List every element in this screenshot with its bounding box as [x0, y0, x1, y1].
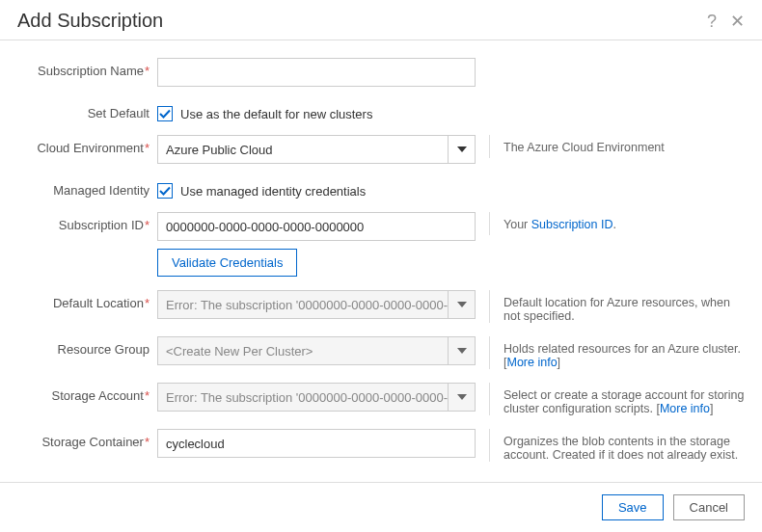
- storage-account-value: Error: The subscription '0000000-0000-00…: [158, 390, 448, 405]
- field-storage-account: Error: The subscription '0000000-0000-00…: [157, 383, 476, 412]
- row-storage-account: Storage Account* Error: The subscription…: [17, 383, 745, 415]
- managed-identity-checkbox-label: Use managed identity credentials: [180, 184, 366, 199]
- storage-account-select[interactable]: Error: The subscription '0000000-0000-00…: [157, 383, 476, 412]
- chevron-down-icon[interactable]: [448, 337, 475, 364]
- label-storage-container: Storage Container*: [17, 429, 157, 449]
- row-validate: Validate Credentials: [17, 249, 745, 277]
- storage-container-input[interactable]: [157, 429, 476, 458]
- dialog-header: Add Subscription ? ✕: [0, 0, 762, 40]
- field-subscription-name: [157, 58, 476, 87]
- validate-credentials-button[interactable]: Validate Credentials: [157, 249, 297, 277]
- help-cloud-environment: The Azure Cloud Environment: [489, 135, 745, 158]
- storage-account-more-info-link[interactable]: More info: [660, 402, 710, 415]
- label-text: Default Location: [53, 296, 144, 310]
- label-text: Cloud Environment: [37, 141, 144, 155]
- required-mark: *: [145, 64, 150, 78]
- set-default-checkbox[interactable]: [157, 106, 173, 121]
- help-text-suffix: ]: [558, 356, 560, 369]
- label-subscription-id: Subscription ID*: [17, 212, 157, 232]
- cancel-button[interactable]: Cancel: [673, 494, 745, 520]
- field-storage-container: [157, 429, 476, 458]
- cloud-environment-select[interactable]: Azure Public Cloud: [157, 135, 476, 164]
- row-cloud-environment: Cloud Environment* Azure Public Cloud Th…: [17, 135, 745, 164]
- close-icon[interactable]: ✕: [730, 13, 745, 30]
- help-text-suffix: .: [613, 218, 616, 231]
- check-icon: [159, 108, 171, 120]
- label-subscription-name: Subscription Name*: [17, 58, 157, 78]
- chevron-down-icon[interactable]: [448, 136, 475, 163]
- check-icon: [159, 185, 171, 197]
- required-mark: *: [145, 296, 150, 310]
- field-managed-identity: Use managed identity credentials: [157, 177, 476, 199]
- field-set-default: Use as the default for new clusters: [157, 100, 476, 121]
- row-managed-identity: Managed Identity Use managed identity cr…: [17, 177, 745, 199]
- resource-group-value: <Create New Per Cluster>: [158, 344, 448, 359]
- chevron-down-icon[interactable]: [448, 291, 475, 318]
- label-text: Storage Account: [52, 388, 144, 403]
- label-storage-account: Storage Account*: [17, 383, 157, 403]
- subscription-id-input[interactable]: [157, 212, 476, 241]
- required-mark: *: [145, 435, 150, 449]
- help-icon[interactable]: ?: [707, 13, 717, 30]
- dialog-body: Subscription Name* Set Default Use as th…: [0, 40, 762, 482]
- label-managed-identity: Managed Identity: [17, 177, 157, 198]
- required-mark: *: [145, 218, 150, 232]
- label-text: Subscription Name: [38, 64, 144, 78]
- label-text: Storage Container: [41, 435, 144, 449]
- label-cloud-environment: Cloud Environment*: [17, 135, 157, 155]
- dialog-title: Add Subscription: [17, 10, 163, 32]
- field-default-location: Error: The subscription '0000000-0000-00…: [157, 290, 476, 319]
- help-resource-group: Holds related resources for an Azure clu…: [489, 336, 745, 369]
- header-actions: ? ✕: [707, 13, 745, 30]
- field-validate: Validate Credentials: [157, 249, 476, 277]
- label-default-location: Default Location*: [17, 290, 157, 310]
- label-text: Subscription ID: [59, 218, 144, 232]
- help-text-suffix: ]: [710, 402, 713, 415]
- field-resource-group: <Create New Per Cluster>: [157, 336, 476, 365]
- save-button[interactable]: Save: [602, 494, 664, 520]
- default-location-value: Error: The subscription '0000000-0000-00…: [158, 298, 448, 312]
- help-storage-container: Organizes the blob contents in the stora…: [489, 429, 745, 462]
- label-empty: [17, 249, 157, 254]
- managed-identity-checkbox[interactable]: [157, 183, 173, 199]
- default-location-select[interactable]: Error: The subscription '0000000-0000-00…: [157, 290, 476, 319]
- field-subscription-id: [157, 212, 476, 241]
- row-storage-container: Storage Container* Organizes the blob co…: [17, 429, 745, 462]
- resource-group-select[interactable]: <Create New Per Cluster>: [157, 336, 476, 365]
- required-mark: *: [145, 388, 150, 403]
- set-default-checkbox-wrap: Use as the default for new clusters: [157, 100, 476, 121]
- required-mark: *: [145, 141, 150, 155]
- resource-group-more-info-link[interactable]: More info: [506, 356, 557, 369]
- row-default-location: Default Location* Error: The subscriptio…: [17, 290, 745, 323]
- row-subscription-id: Subscription ID* Your Subscription ID.: [17, 212, 745, 241]
- dialog-footer: Save Cancel: [0, 482, 762, 532]
- help-text: Your: [503, 218, 531, 231]
- add-subscription-dialog: Add Subscription ? ✕ Subscription Name* …: [0, 0, 762, 532]
- label-set-default: Set Default: [17, 100, 157, 120]
- label-resource-group: Resource Group: [17, 336, 157, 357]
- row-resource-group: Resource Group <Create New Per Cluster> …: [17, 336, 745, 369]
- chevron-down-icon[interactable]: [448, 384, 475, 411]
- set-default-checkbox-label: Use as the default for new clusters: [180, 107, 372, 121]
- help-default-location: Default location for Azure resources, wh…: [489, 290, 745, 323]
- row-set-default: Set Default Use as the default for new c…: [17, 100, 745, 121]
- row-subscription-name: Subscription Name*: [17, 58, 745, 87]
- cloud-environment-value: Azure Public Cloud: [158, 143, 448, 157]
- managed-identity-checkbox-wrap: Use managed identity credentials: [157, 177, 476, 199]
- help-subscription-id: Your Subscription ID.: [489, 212, 745, 235]
- subscription-name-input[interactable]: [157, 58, 476, 87]
- field-cloud-environment: Azure Public Cloud: [157, 135, 476, 164]
- help-storage-account: Select or create a storage account for s…: [489, 383, 745, 415]
- subscription-id-link[interactable]: Subscription ID: [531, 218, 613, 231]
